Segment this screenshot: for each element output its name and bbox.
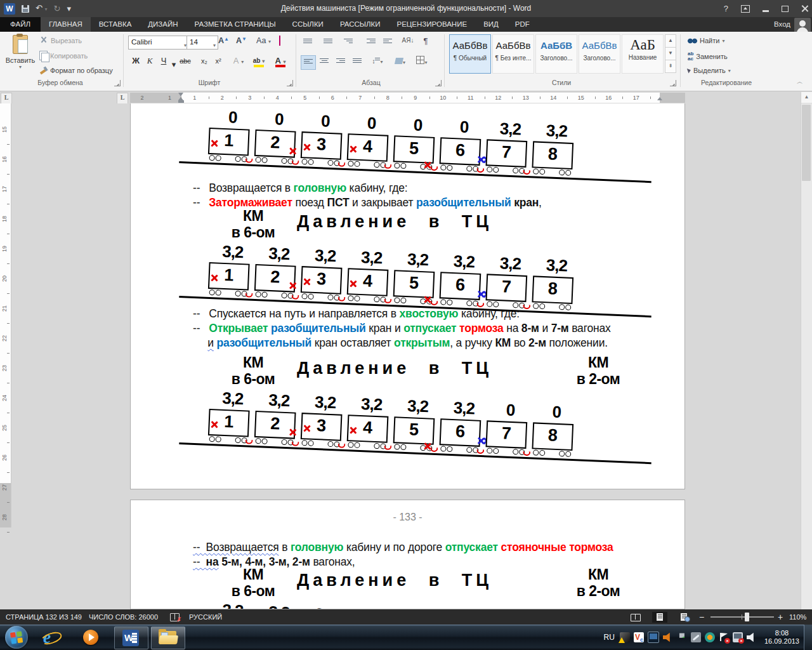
- align-right-button[interactable]: [334, 55, 348, 69]
- style-heading2[interactable]: АаБбВвЗаголово...: [579, 34, 620, 74]
- proofing-status-icon[interactable]: ✗: [170, 613, 180, 621]
- vertical-ruler[interactable]: 151617181920212223242526: [0, 103, 11, 483]
- close-button[interactable]: [801, 5, 808, 12]
- paste-button[interactable]: Вставить ▾: [5, 35, 36, 77]
- zoom-slider-thumb[interactable]: [745, 613, 749, 621]
- vertical-scrollbar[interactable]: ▲: [801, 92, 812, 609]
- volume-tray-icon[interactable]: [747, 632, 757, 642]
- doc-text-line[interactable]: -- Спускается на путь и направляется в х…: [193, 307, 672, 322]
- text-effects-button[interactable]: А ▾: [232, 55, 245, 68]
- multilevel-list-button[interactable]: [341, 36, 355, 49]
- antivirus-tray-icon[interactable]: [620, 632, 630, 642]
- shrink-font-button[interactable]: А▼: [236, 36, 247, 45]
- action-center-tray-icon[interactable]: ×: [719, 632, 729, 642]
- paragraph-dialog-launcher[interactable]: [435, 80, 442, 86]
- styles-dialog-launcher[interactable]: [670, 80, 676, 86]
- tab-file[interactable]: ФАЙЛ: [0, 17, 41, 32]
- clock[interactable]: 8:08 16.09.2013: [761, 629, 803, 646]
- font-color-button[interactable]: А ▾: [274, 55, 287, 68]
- style-no-spacing[interactable]: АаБбВв¶ Без инте...: [492, 34, 534, 74]
- language-status[interactable]: РУССКИЙ: [189, 609, 222, 625]
- word-taskbar-button[interactable]: [114, 627, 148, 649]
- zoom-level[interactable]: 110%: [789, 609, 806, 625]
- ribbon-display-options-button[interactable]: [741, 5, 750, 13]
- style-heading1[interactable]: АаБбВЗаголово...: [535, 34, 577, 74]
- underline-dropdown[interactable]: ▾: [167, 58, 180, 72]
- font-family-select[interactable]: Calibri▾: [128, 36, 189, 50]
- tab-selector-corner[interactable]: L: [1, 93, 12, 104]
- network-disconnected-tray-icon[interactable]: ×: [733, 632, 743, 642]
- word-count-status[interactable]: ЧИСЛО СЛОВ: 26000: [89, 609, 158, 625]
- replace-button[interactable]: abacЗаменить: [688, 51, 728, 62]
- shading-button[interactable]: ▾: [393, 55, 407, 69]
- zoom-slider[interactable]: [710, 616, 774, 618]
- styles-scroll-down-button[interactable]: ▼: [665, 47, 676, 60]
- doc-text-line[interactable]: -- Возвращается в головную кабину, где:: [193, 182, 672, 196]
- doc-text-line[interactable]: -- Открывает разобщительный кран и отпус…: [193, 322, 672, 336]
- train-diagram-1[interactable]: КМв 2-омДавление в ТЦ0000003,23,21234567…: [181, 103, 676, 154]
- tab-design[interactable]: ДИЗАЙН: [140, 17, 186, 32]
- decrease-indent-button[interactable]: [364, 36, 378, 49]
- train-diagram-3[interactable]: КМв 6-омДавление в ТЦКМв 2-ом3,23,23,23,…: [181, 354, 676, 435]
- train-diagram-2[interactable]: КМв 6-омДавление в ТЦ3,23,23,23,23,23,23…: [181, 208, 676, 289]
- style-normal[interactable]: АаБбВв¶ Обычный: [449, 34, 491, 74]
- collapse-ribbon-button[interactable]: ︿: [797, 77, 803, 86]
- sign-in-link[interactable]: Вход: [774, 17, 790, 32]
- language-indicator[interactable]: RU: [604, 633, 616, 642]
- explorer-taskbar-button[interactable]: [151, 627, 185, 649]
- paste-dropdown-arrow[interactable]: ▾: [5, 64, 36, 70]
- zoom-in-button[interactable]: +: [778, 609, 783, 625]
- select-button[interactable]: Выделить▾: [688, 67, 731, 74]
- copy-button[interactable]: Копировать: [39, 51, 88, 60]
- tab-pdf[interactable]: PDF: [507, 17, 538, 32]
- audio-device-tray-icon[interactable]: [663, 632, 673, 642]
- print-layout-button[interactable]: [652, 612, 667, 623]
- highlight-button[interactable]: ab ▾: [252, 55, 265, 68]
- find-button[interactable]: Найти▾: [688, 37, 724, 44]
- font-size-select[interactable]: 14▾: [187, 36, 218, 50]
- align-center-button[interactable]: [317, 55, 331, 69]
- horizontal-ruler[interactable]: 211234567891011121314151617: [130, 93, 685, 103]
- minimize-button[interactable]: [763, 10, 769, 12]
- usb-safely-remove-tray-icon[interactable]: [677, 632, 687, 642]
- vnc-tray-icon[interactable]: [634, 632, 644, 642]
- line-spacing-button[interactable]: ↕▾: [370, 55, 384, 69]
- justify-button[interactable]: [350, 55, 364, 69]
- paragraph-block-1[interactable]: -- Возвращается в головную кабину, где: …: [193, 182, 672, 211]
- read-mode-button[interactable]: [628, 612, 643, 623]
- italic-button[interactable]: К: [143, 55, 156, 68]
- change-case-button[interactable]: Аа ▾: [256, 36, 271, 45]
- page-count-status[interactable]: СТРАНИЦА 132 ИЗ 149: [6, 609, 82, 625]
- grow-font-button[interactable]: А▲: [218, 36, 229, 45]
- display-tray-icon[interactable]: [648, 632, 659, 643]
- cut-button[interactable]: Вырезать: [39, 37, 82, 44]
- bold-button[interactable]: Ж: [129, 55, 142, 68]
- settings-gear-tray-icon[interactable]: [705, 632, 715, 642]
- tab-mailings[interactable]: РАССЫЛКИ: [332, 17, 389, 32]
- tab-view[interactable]: ВИД: [475, 17, 507, 32]
- style-title[interactable]: АаБНазвание: [622, 34, 664, 74]
- train-diagram-4[interactable]: КМв 6-омДавление в ТЦКМв 2-ом3,23,23,23,…: [181, 566, 676, 609]
- internet-explorer-icon[interactable]: e: [39, 628, 60, 647]
- system-tools-tray-icon[interactable]: [691, 632, 701, 642]
- scrollbar-thumb[interactable]: [802, 105, 811, 181]
- tab-home[interactable]: ГЛАВНАЯ: [41, 17, 91, 32]
- tab-type-selector[interactable]: L: [117, 93, 128, 104]
- scroll-up-arrow[interactable]: ▲: [801, 92, 812, 103]
- numbered-list-button[interactable]: [321, 36, 335, 49]
- clear-formatting-button[interactable]: [279, 36, 280, 45]
- bullet-list-button[interactable]: [301, 36, 315, 49]
- tab-insert[interactable]: ВСТАВКА: [91, 17, 140, 32]
- borders-button[interactable]: ▾: [415, 55, 429, 69]
- doc-text-line[interactable]: -- Возвращается в головную кабину и по д…: [193, 541, 672, 555]
- left-indent-marker[interactable]: [178, 100, 184, 103]
- windows-media-player-icon[interactable]: [80, 628, 100, 647]
- strikethrough-button[interactable]: abc: [179, 55, 192, 68]
- tab-page-layout[interactable]: РАЗМЕТКА СТРАНИЦЫ: [187, 17, 284, 32]
- superscript-button[interactable]: х²: [212, 55, 225, 68]
- format-painter-button[interactable]: Формат по образцу: [39, 66, 113, 74]
- help-button[interactable]: ?: [724, 4, 728, 13]
- show-marks-button[interactable]: ¶: [419, 35, 433, 48]
- styles-scroll-up-button[interactable]: ▲: [665, 34, 676, 48]
- sort-button[interactable]: АЯ↓: [401, 34, 415, 48]
